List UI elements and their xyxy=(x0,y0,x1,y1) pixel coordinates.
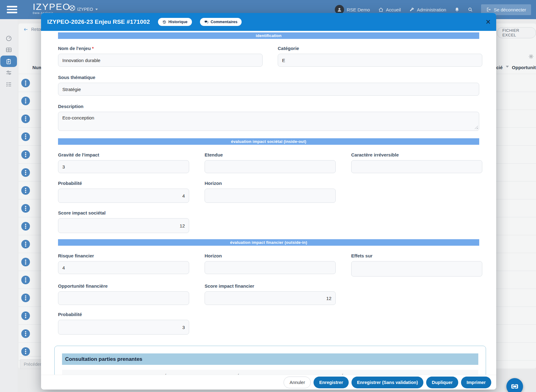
kebab-menu-button[interactable] xyxy=(21,204,30,213)
search-icon xyxy=(468,7,473,12)
field-probabilite-societal: Probabilité xyxy=(58,181,189,203)
score-financier-input[interactable] xyxy=(205,291,336,305)
gear-icon[interactable] xyxy=(528,54,534,59)
field-opportunite-financiere: Opportunité financière xyxy=(58,283,189,305)
kebab-menu-button[interactable] xyxy=(21,97,30,105)
hamburger-menu-icon[interactable] xyxy=(7,6,17,15)
col-partie-prenante: PARTIE PRENANTE xyxy=(68,374,106,375)
comments-button[interactable]: Commentaires xyxy=(200,18,242,26)
modal-header: IZYPEO-2026-23 Enjeu RSE #171002 Histori… xyxy=(41,13,496,31)
page: IZYPEO Data Analysis IZYPEO xyxy=(0,0,536,392)
field-effets-sur: Effets sur xyxy=(351,253,482,277)
kebab-menu-button[interactable] xyxy=(21,329,30,338)
home-icon xyxy=(378,7,384,12)
column-headers-right: cié Opportunit xyxy=(496,65,536,70)
sidebar-item-settings[interactable] xyxy=(0,67,18,78)
etendue-input[interactable] xyxy=(205,160,336,173)
kebab-menu-button[interactable] xyxy=(21,115,30,123)
search-button[interactable] xyxy=(468,7,473,12)
gravite-input[interactable] xyxy=(58,160,189,173)
kebab-menu-button[interactable] xyxy=(21,186,30,195)
notifications-button[interactable] xyxy=(455,7,459,12)
kebab-menu-button[interactable] xyxy=(21,150,30,159)
save-no-validation-button[interactable]: Enregistrer (Sans validation) xyxy=(351,377,423,388)
col-annee-campagne: ANNÉE DE CAMPAGNE xyxy=(228,374,273,375)
nav-item-administration[interactable]: Administration xyxy=(409,7,446,12)
excel-export-button[interactable]: FICHIER EXCEL xyxy=(497,27,536,38)
field-horizon-societal: Horizon xyxy=(205,181,336,203)
brand-text: IZYPEO xyxy=(33,2,70,12)
kebab-menu-button[interactable] xyxy=(21,311,30,320)
probabilite-financier-input[interactable] xyxy=(58,320,189,335)
score-societal-input[interactable] xyxy=(58,218,189,233)
comments-icon xyxy=(204,20,209,24)
bell-icon xyxy=(455,7,459,12)
user-name: RSE Demo xyxy=(347,7,370,12)
modal-title: IZYPEO-2026-23 Enjeu RSE #171002 xyxy=(47,19,150,25)
field-etendue: Etendue xyxy=(205,152,336,173)
probabilite-societal-input[interactable] xyxy=(58,189,189,203)
horizon-societal-input[interactable] xyxy=(205,189,336,203)
nom-enjeu-input[interactable] xyxy=(58,54,263,67)
ticket-icon xyxy=(511,382,519,390)
required-mark: * xyxy=(92,46,94,51)
floating-action-button[interactable] xyxy=(506,378,523,392)
history-icon xyxy=(162,20,166,24)
logout-icon xyxy=(486,7,491,12)
arrow-left-icon xyxy=(23,27,28,32)
field-caractere-irreversible: Caractère irréversible xyxy=(351,152,482,173)
sidebar-item-table[interactable] xyxy=(0,44,18,56)
field-horizon-financier: Horizon xyxy=(205,253,336,277)
sous-thematique-input[interactable] xyxy=(58,83,479,96)
cancel-button[interactable]: Annuler xyxy=(284,377,311,388)
enjeu-rse-modal: IZYPEO-2026-23 Enjeu RSE #171002 Histori… xyxy=(41,13,496,390)
section-banner-societal: évaluation impact sociétal (inside-out) xyxy=(58,138,479,145)
kebab-menu-button[interactable] xyxy=(21,132,30,141)
kebab-menu-button[interactable] xyxy=(21,222,30,231)
col-score-financier-pp: SCORE FINANCIER PP xyxy=(398,374,442,375)
categorie-input[interactable] xyxy=(278,54,482,67)
field-score-financier: Score impact financier xyxy=(205,283,336,305)
table-icon xyxy=(6,47,12,53)
sidebar-item-checklist[interactable] xyxy=(0,78,18,90)
risque-financier-input[interactable] xyxy=(58,261,189,274)
consultation-title: Consultation parties prenantes xyxy=(62,353,478,365)
section-banner-identification: identification xyxy=(58,32,479,39)
sidebar xyxy=(0,19,18,392)
field-probabilite-financier: Probabilité xyxy=(58,312,189,335)
sort-caret-icon xyxy=(506,66,509,68)
history-button[interactable]: Historique xyxy=(158,18,192,26)
kebab-menu-button[interactable] xyxy=(21,240,30,248)
wrench-icon xyxy=(409,7,414,12)
print-button[interactable]: Imprimer xyxy=(461,377,491,388)
field-sous-thematique: Sous thématique xyxy=(58,75,479,96)
kebab-menu-button[interactable] xyxy=(21,79,30,87)
kebab-menu-button[interactable] xyxy=(21,294,30,302)
kebab-menu-button[interactable] xyxy=(21,347,30,356)
description-textarea[interactable]: Eco-conception xyxy=(58,112,479,131)
checklist-icon xyxy=(6,81,12,87)
kebab-menu-button[interactable] xyxy=(21,258,30,266)
modal-body: identification Nom de l'enjeu * Catégori… xyxy=(41,31,496,375)
izypeo-logo: IZYPEO Data Analysis xyxy=(33,2,76,15)
nav-item-accueil[interactable]: Accueil xyxy=(378,7,401,12)
caractere-irreversible-input[interactable] xyxy=(351,160,482,173)
field-categorie: Catégorie xyxy=(278,46,482,67)
opportunite-financiere-input[interactable] xyxy=(58,291,189,305)
kebab-menu-button[interactable] xyxy=(21,276,30,284)
modal-footer: Annuler Enregistrer Enregistrer (Sans va… xyxy=(41,375,496,390)
horizon-financier-input[interactable] xyxy=(205,261,336,274)
field-nom-enjeu: Nom de l'enjeu * xyxy=(58,46,263,67)
sidebar-item-forms[interactable] xyxy=(0,56,17,67)
close-button[interactable]: × xyxy=(486,18,491,26)
save-button[interactable]: Enregistrer xyxy=(314,377,348,388)
field-score-societal: Score impact sociétal xyxy=(58,210,189,233)
section-banner-financial: évaluation impact financier (outside-in) xyxy=(58,239,479,246)
duplicate-button[interactable]: Dupliquer xyxy=(426,377,458,388)
sidebar-item-dashboard[interactable] xyxy=(0,33,18,44)
effets-sur-input[interactable] xyxy=(351,261,482,277)
kebab-menu-button[interactable] xyxy=(21,168,30,177)
workspace-selector[interactable]: IZYPEO xyxy=(77,7,98,12)
consultation-table-header: PARTIE PRENANTE NOM DU RÉPONDANT ANNÉE D… xyxy=(62,370,478,375)
clipboard-icon xyxy=(6,58,12,65)
